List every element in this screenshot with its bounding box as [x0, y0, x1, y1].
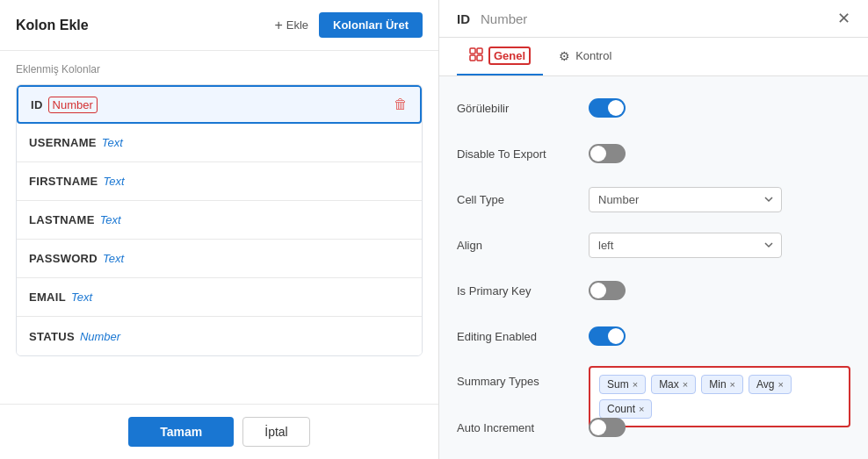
- column-item-lastname[interactable]: LASTNAME Text: [17, 201, 422, 240]
- tag-min-label: Min: [709, 378, 726, 391]
- align-control: left center right: [589, 233, 850, 258]
- genel-icon: [469, 47, 483, 64]
- gorulebilir-row: Görülebilir: [457, 92, 850, 124]
- primary-key-knob: [590, 283, 606, 298]
- column-item-id[interactable]: ID Number 🗑: [17, 85, 422, 124]
- tab-genel[interactable]: Genel: [457, 38, 543, 75]
- tag-sum[interactable]: Sum ×: [599, 375, 646, 394]
- column-item-password[interactable]: PASSWORD Text: [17, 240, 422, 278]
- right-header-type: Number: [481, 11, 527, 26]
- tag-max-label: Max: [659, 378, 679, 391]
- cell-type-select[interactable]: Number Text Date Boolean: [589, 187, 782, 212]
- kontrol-icon: ⚙: [559, 49, 570, 63]
- column-item-username[interactable]: USERNAME Text: [17, 124, 422, 162]
- column-type-status: Number: [80, 330, 120, 343]
- tab-kontrol-label: Kontrol: [575, 49, 611, 62]
- column-item-firstname[interactable]: FIRSTNAME Text: [17, 162, 422, 201]
- right-panel: ID Number ✕ Genel ⚙ Kontrol Görülebilir: [439, 0, 868, 459]
- tag-sum-close[interactable]: ×: [633, 380, 638, 390]
- right-header-id: ID: [457, 11, 470, 26]
- delete-icon-id[interactable]: 🗑: [394, 97, 408, 112]
- panel-title: Kolon Ekle: [16, 18, 89, 33]
- auto-increment-label: Auto Increment: [457, 421, 589, 434]
- column-name-id: ID: [31, 98, 43, 111]
- column-type-firstname: Text: [104, 175, 125, 188]
- svg-rect-3: [477, 55, 482, 61]
- settings-body: Görülebilir Disable To Export Cell Type …: [439, 76, 868, 459]
- disable-export-label: Disable To Export: [457, 147, 589, 161]
- svg-rect-1: [477, 48, 482, 54]
- column-name-email: EMAIL: [29, 290, 66, 304]
- gorulebilir-label: Görülebilir: [457, 102, 589, 115]
- auto-increment-row: Auto Increment: [457, 412, 850, 443]
- column-item-status[interactable]: STATUS Number: [17, 317, 422, 355]
- align-select[interactable]: left center right: [589, 233, 782, 258]
- column-name-lastname: LASTNAME: [29, 213, 95, 226]
- tag-avg[interactable]: Avg ×: [749, 375, 792, 394]
- auto-increment-knob: [590, 420, 606, 435]
- plus-icon: +: [274, 18, 282, 33]
- primary-key-label: Is Primary Key: [457, 284, 589, 298]
- svg-rect-2: [470, 55, 475, 61]
- column-type-username: Text: [102, 136, 123, 149]
- left-body: Eklenmiş Kolonlar ID Number 🗑 USERNAME T…: [0, 51, 438, 404]
- primary-key-toggle[interactable]: [589, 281, 626, 300]
- generate-button[interactable]: Kolonları Üret: [319, 12, 423, 38]
- tag-min[interactable]: Min ×: [701, 375, 743, 394]
- editing-enabled-control: [589, 326, 850, 346]
- add-label: Ekle: [286, 18, 308, 32]
- editing-enabled-toggle[interactable]: [589, 326, 626, 346]
- primary-key-control: [589, 281, 850, 300]
- column-name-firstname: FIRSTNAME: [29, 175, 98, 188]
- auto-increment-control: [589, 418, 850, 437]
- primary-key-row: Is Primary Key: [457, 275, 850, 306]
- column-item-email[interactable]: EMAIL Text: [17, 278, 422, 317]
- left-header: Kolon Ekle + Ekle Kolonları Üret: [0, 0, 438, 51]
- section-label: Eklenmiş Kolonlar: [16, 63, 423, 75]
- left-panel: Kolon Ekle + Ekle Kolonları Üret Eklenmi…: [0, 0, 439, 459]
- tag-max[interactable]: Max ×: [651, 375, 696, 394]
- align-label: Align: [457, 239, 589, 252]
- disable-export-toggle[interactable]: [589, 144, 626, 163]
- tag-min-close[interactable]: ×: [730, 380, 735, 390]
- ok-button[interactable]: Tamam: [128, 417, 234, 447]
- disable-export-knob: [590, 146, 606, 161]
- column-type-email: Text: [71, 290, 92, 304]
- summary-types-row: Summary Types Sum × Max × Min ×: [457, 366, 850, 398]
- cell-type-row: Cell Type Number Text Date Boolean: [457, 183, 850, 215]
- editing-enabled-row: Editing Enabled: [457, 320, 850, 352]
- right-header: ID Number ✕: [439, 0, 868, 38]
- left-footer: Tamam İptal: [0, 404, 438, 459]
- tag-max-close[interactable]: ×: [683, 380, 688, 390]
- gorulebilir-control: [589, 98, 850, 118]
- column-name-status: STATUS: [29, 330, 75, 343]
- column-list: ID Number 🗑 USERNAME Text FIRSTNAME Text…: [16, 84, 423, 356]
- align-row: Align left center right: [457, 229, 850, 261]
- add-link[interactable]: + Ekle: [274, 18, 308, 33]
- summary-types-label: Summary Types: [457, 366, 589, 388]
- column-type-password: Text: [103, 252, 124, 265]
- column-type-lastname: Text: [100, 213, 121, 226]
- tab-kontrol[interactable]: ⚙ Kontrol: [546, 38, 624, 75]
- close-button[interactable]: ✕: [837, 11, 850, 26]
- disable-export-row: Disable To Export: [457, 138, 850, 169]
- column-name-username: USERNAME: [29, 136, 97, 149]
- tag-avg-label: Avg: [756, 378, 774, 391]
- editing-enabled-label: Editing Enabled: [457, 330, 589, 343]
- auto-increment-toggle[interactable]: [589, 418, 626, 437]
- tabs: Genel ⚙ Kontrol: [439, 38, 868, 76]
- tag-sum-label: Sum: [607, 378, 629, 391]
- disable-export-control: [589, 144, 850, 163]
- header-actions: + Ekle Kolonları Üret: [274, 12, 423, 38]
- svg-rect-0: [470, 48, 475, 54]
- cell-type-label: Cell Type: [457, 193, 589, 206]
- tag-avg-close[interactable]: ×: [778, 380, 783, 390]
- tab-genel-label: Genel: [488, 47, 531, 65]
- column-type-id: Number: [48, 97, 98, 113]
- cell-type-control: Number Text Date Boolean: [589, 187, 850, 212]
- column-name-password: PASSWORD: [29, 252, 98, 265]
- gorulebilir-knob: [608, 100, 624, 116]
- cancel-button[interactable]: İptal: [242, 417, 309, 447]
- gorulebilir-toggle[interactable]: [589, 98, 626, 118]
- editing-enabled-knob: [608, 328, 624, 344]
